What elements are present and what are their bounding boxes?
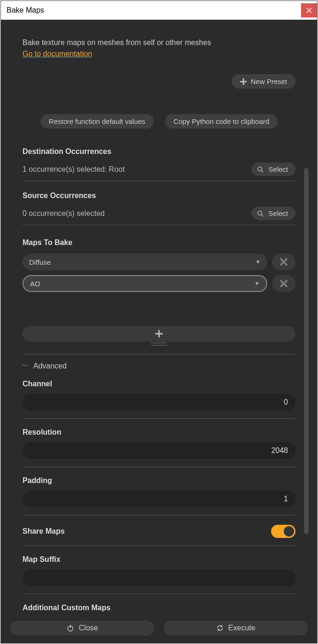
plus-icon	[155, 330, 163, 337]
channel-input[interactable]: 0	[23, 394, 295, 411]
advanced-label: Advanced	[33, 362, 67, 370]
select-label: Select	[268, 209, 288, 217]
separator	[23, 467, 295, 467]
add-map-button[interactable]	[23, 326, 295, 342]
map-suffix-label: Map Suffix	[23, 555, 295, 564]
source-occurrences-title: Source Occurrences	[23, 192, 295, 200]
destination-occurrences-title: Destination Occurrences	[23, 147, 295, 156]
bake-maps-window: Bake Maps Bake texture maps on meshes fr…	[0, 0, 318, 644]
restore-label: Restore function default values	[49, 117, 145, 125]
separator	[23, 594, 295, 594]
execute-button[interactable]: Execute	[164, 621, 308, 636]
search-icon	[257, 166, 264, 173]
close-label: Close	[79, 624, 98, 632]
copy-python-button[interactable]: Copy Python code to clipboard	[165, 114, 278, 129]
separator	[23, 545, 295, 546]
separator	[23, 418, 295, 419]
footer: Close Execute	[1, 617, 317, 643]
power-icon	[67, 624, 74, 632]
channel-value: 0	[284, 398, 288, 406]
padding-value: 1	[284, 495, 288, 503]
remove-map-button[interactable]	[272, 253, 295, 270]
plus-icon	[240, 78, 247, 85]
remove-icon	[280, 280, 288, 287]
source-occurrences-text: 0 occurrence(s) selected	[23, 209, 105, 218]
source-select-button[interactable]: Select	[251, 207, 295, 220]
content-area: Bake texture maps on meshes from self or…	[1, 20, 317, 617]
custom-maps-title: Additional Custom Maps	[23, 604, 295, 612]
toggle-knob	[284, 526, 294, 537]
resolution-value: 2048	[271, 446, 288, 455]
select-label: Select	[268, 165, 288, 173]
share-maps-toggle[interactable]	[271, 525, 295, 538]
close-icon	[306, 8, 312, 13]
map-select-label: Diffuse	[29, 258, 51, 266]
separator	[23, 515, 295, 515]
scrollbar[interactable]	[304, 168, 309, 534]
restore-defaults-button[interactable]: Restore function default values	[40, 114, 154, 129]
chevron-down-icon: ﹀	[23, 362, 29, 370]
map-select-diffuse[interactable]: Diffuse ▼	[23, 253, 267, 270]
execute-label: Execute	[228, 624, 256, 632]
share-maps-label: Share Maps	[23, 527, 65, 536]
destination-occurrences-text: 1 occurrence(s) selected: Root	[23, 165, 125, 174]
new-preset-button[interactable]: New Preset	[232, 74, 295, 89]
titlebar: Bake Maps	[1, 1, 317, 20]
new-preset-label: New Preset	[250, 77, 287, 85]
search-icon	[257, 210, 264, 217]
map-select-label: AO	[30, 280, 40, 288]
separator	[23, 354, 295, 354]
resolution-label: Resolution	[23, 428, 295, 437]
svg-point-0	[258, 167, 262, 170]
padding-input[interactable]: 1	[23, 491, 295, 507]
chevron-down-icon: ▼	[255, 259, 261, 265]
refresh-icon	[216, 624, 224, 632]
advanced-toggle[interactable]: ﹀ Advanced	[23, 362, 295, 370]
window-title: Bake Maps	[7, 6, 44, 15]
documentation-link[interactable]: Go to documentation	[23, 50, 92, 58]
channel-label: Channel	[23, 380, 295, 388]
destination-select-button[interactable]: Select	[251, 162, 295, 176]
padding-label: Padding	[23, 476, 295, 485]
chevron-down-icon: ▼	[254, 280, 260, 287]
maps-to-bake-title: Maps To Bake	[23, 238, 295, 247]
map-suffix-input[interactable]	[23, 569, 295, 586]
copy-code-label: Copy Python code to clipboard	[174, 117, 269, 125]
remove-icon	[280, 258, 288, 266]
resize-grip[interactable]	[151, 343, 167, 345]
description-text: Bake texture maps on meshes from self or…	[23, 38, 295, 47]
resolution-input[interactable]: 2048	[23, 442, 295, 459]
close-window-button[interactable]	[301, 3, 317, 17]
svg-point-1	[258, 211, 262, 215]
close-button[interactable]: Close	[10, 621, 154, 636]
remove-map-button[interactable]	[272, 275, 295, 292]
map-select-ao[interactable]: AO ▼	[23, 275, 267, 292]
